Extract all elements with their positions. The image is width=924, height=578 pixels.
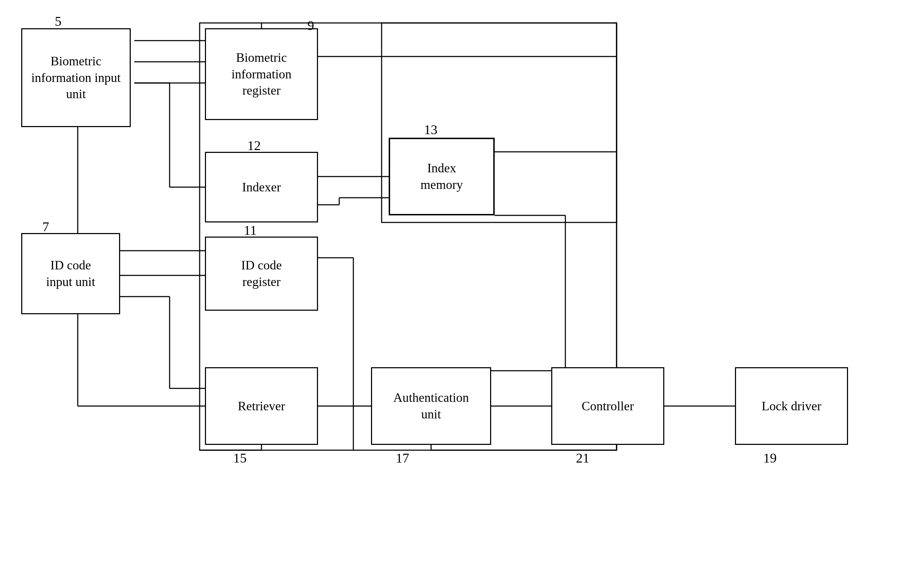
ref-13: 13: [424, 122, 438, 137]
ref-5: 5: [55, 13, 62, 29]
ref-12: 12: [247, 138, 261, 153]
ref-21: 21: [576, 450, 589, 466]
lock-driver: Lock driver: [735, 367, 848, 445]
authentication-unit: Authenticationunit: [371, 367, 491, 445]
diagram: Biometric information input unit 5 Biome…: [0, 0, 924, 578]
ref-11: 11: [244, 222, 257, 238]
id-code-register: ID coderegister: [205, 237, 318, 311]
biometric-register: Biometricinformationregister: [205, 28, 318, 120]
ref-7: 7: [42, 219, 49, 234]
ref-15: 15: [233, 450, 247, 466]
ref-19: 19: [763, 450, 777, 466]
controller: Controller: [551, 367, 664, 445]
connection-lines: [0, 0, 924, 578]
retriever: Retriever: [205, 367, 318, 445]
index-memory: Indexmemory: [389, 138, 495, 215]
id-code-input: ID codeinput unit: [21, 233, 120, 314]
biometric-input-unit: Biometric information input unit: [21, 28, 131, 127]
indexer: Indexer: [205, 152, 318, 222]
ref-9: 9: [307, 18, 314, 33]
ref-17: 17: [396, 450, 409, 466]
